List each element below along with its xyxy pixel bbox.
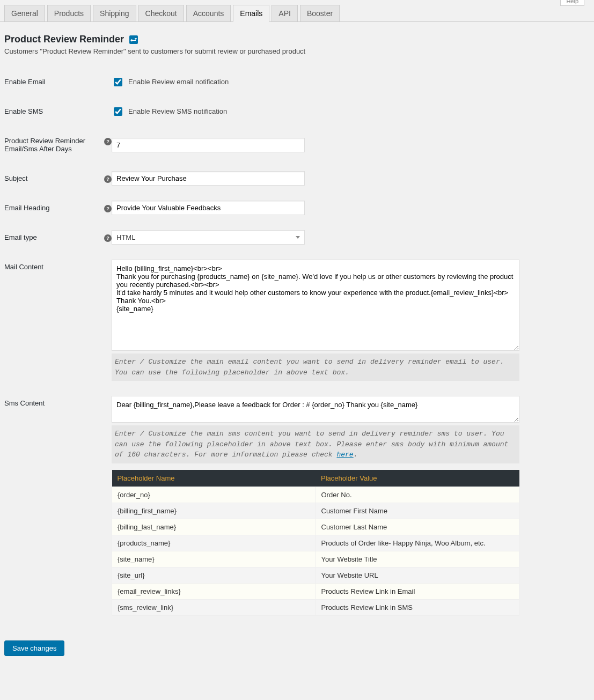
mail-content-label: Mail Content [4, 252, 112, 388]
placeholder-name-cell: {billing_first_name} [112, 503, 316, 519]
days-input[interactable] [112, 138, 305, 152]
subject-input[interactable] [112, 171, 305, 186]
tab-accounts[interactable]: Accounts [186, 5, 231, 21]
placeholder-name-cell: {site_name} [112, 551, 316, 567]
placeholder-value-cell: Products Review Link in Email [316, 583, 519, 599]
table-row: {billing_first_name}Customer First Name [112, 503, 519, 519]
tab-bar: GeneralProductsShippingCheckoutAccountsE… [0, 0, 594, 22]
tab-products[interactable]: Products [47, 5, 91, 21]
subject-label: Subject [4, 164, 112, 193]
mail-content-hint: Enter / Customize the main email content… [112, 353, 519, 381]
placeholder-value-cell: Your Website URL [316, 567, 519, 583]
table-row: {products_name}Products of Order like- H… [112, 535, 519, 551]
tab-booster[interactable]: Booster [300, 5, 340, 21]
placeholder-name-cell: {email_review_links} [112, 583, 316, 599]
placeholder-value-header: Placeholder Value [316, 470, 519, 487]
chevron-down-icon [296, 236, 300, 239]
placeholder-value-cell: Order No. [316, 487, 519, 503]
email-heading-label: Email Heading [4, 193, 112, 223]
enable-email-checkbox[interactable] [114, 78, 122, 86]
table-row: {site_name}Your Website Title [112, 551, 519, 567]
table-row: {site_url}Your Website URL [112, 567, 519, 583]
page-title-text: Product Review Reminder [4, 34, 124, 45]
placeholder-value-cell: Customer First Name [316, 503, 519, 519]
sms-content-label: Sms Content [4, 388, 112, 623]
email-type-select[interactable]: HTML [112, 230, 305, 245]
sms-hint-link[interactable]: here [336, 451, 353, 459]
placeholder-value-cell: Customer Last Name [316, 519, 519, 535]
placeholder-name-cell: {order_no} [112, 487, 316, 503]
placeholder-value-cell: Products Review Link in SMS [316, 599, 519, 615]
placeholder-name-cell: {sms_review_link} [112, 599, 316, 615]
email-type-label: Email type [4, 223, 112, 252]
save-button[interactable]: Save changes [4, 640, 64, 656]
enable-email-checkbox-label: Enable Review email notification [128, 78, 229, 86]
sms-content-textarea[interactable] [112, 396, 519, 423]
placeholder-value-cell: Your Website Title [316, 551, 519, 567]
enable-sms-checkbox[interactable] [114, 107, 122, 116]
placeholder-name-cell: {billing_last_name} [112, 519, 316, 535]
tab-shipping[interactable]: Shipping [93, 5, 136, 21]
placeholders-table: Placeholder Name Placeholder Value {orde… [112, 470, 519, 616]
sms-content-hint: Enter / Customize the main sms content y… [112, 425, 519, 463]
enable-sms-checkbox-label: Enable Review SMS notification [128, 107, 227, 115]
table-row: {billing_last_name}Customer Last Name [112, 519, 519, 535]
tab-emails[interactable]: Emails [233, 5, 269, 22]
placeholder-name-cell: {products_name} [112, 535, 316, 551]
email-heading-input[interactable] [112, 201, 305, 215]
placeholder-name-cell: {site_url} [112, 567, 316, 583]
tab-checkout[interactable]: Checkout [138, 5, 184, 21]
enable-sms-label: Enable SMS [4, 97, 112, 126]
placeholder-name-header: Placeholder Name [112, 470, 316, 487]
page-title: Product Review Reminder ⮐ [4, 34, 590, 45]
days-label: Product Review Reminder Email/Sms After … [4, 126, 112, 164]
placeholder-value-cell: Products of Order like- Happy Ninja, Woo… [316, 535, 519, 551]
email-type-value: HTML [116, 233, 135, 241]
tab-api[interactable]: API [272, 5, 298, 21]
tab-general[interactable]: General [4, 5, 45, 21]
enable-email-label: Enable Email [4, 67, 112, 97]
table-row: {sms_review_link}Products Review Link in… [112, 599, 519, 615]
table-row: {email_review_links}Products Review Link… [112, 583, 519, 599]
table-row: {order_no}Order No. [112, 487, 519, 503]
page-subtitle: Customers "Product Review Reminder" sent… [4, 47, 590, 55]
mail-content-textarea[interactable] [112, 260, 519, 351]
help-dropdown[interactable]: Help [560, 0, 584, 6]
back-to-list-icon[interactable]: ⮐ [129, 35, 138, 44]
